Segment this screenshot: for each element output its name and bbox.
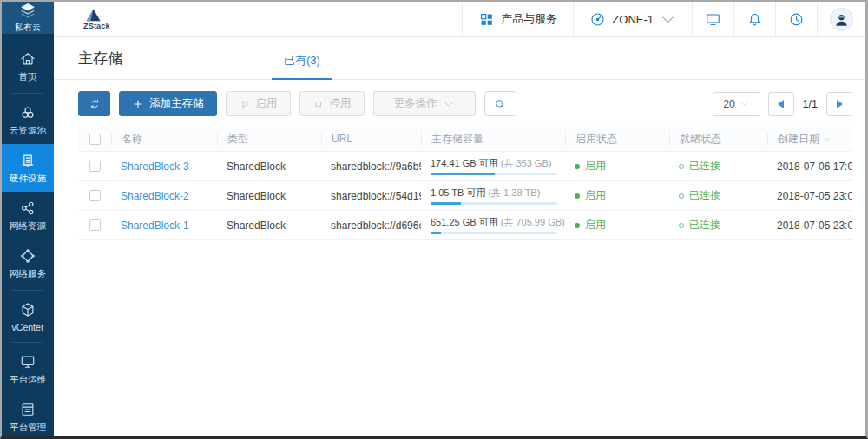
stop-icon — [312, 98, 325, 110]
ready-status-badge: 已连接 — [679, 159, 767, 174]
tab-existing[interactable]: 已有(3) — [272, 53, 332, 80]
add-primary-storage-button[interactable]: 添加主存储 — [119, 91, 217, 116]
primary-storage-table: 名称 类型 URL 主存储容量 启用状态 就绪状态 创建日期 SharedBlo… — [78, 127, 852, 240]
capacity-available: 651.25 GB 可用 — [431, 217, 498, 227]
sidebar-item-label: 云资源池 — [10, 125, 46, 137]
sidebar-item-label: 首页 — [19, 71, 37, 83]
row-checkbox[interactable] — [89, 190, 101, 201]
title-row: 主存储 已有(3) — [54, 37, 865, 80]
play-icon — [239, 98, 251, 110]
sidebar-item-label: 平台管理 — [10, 422, 46, 434]
add-button-label: 添加主存储 — [149, 96, 204, 111]
enable-status-label: 启用 — [585, 188, 606, 203]
page-indicator: 1/1 — [803, 98, 818, 110]
sidebar-item-platform-mgmt[interactable]: 平台管理 — [2, 393, 54, 439]
sidebar-logo[interactable]: 私有云 — [2, 2, 54, 34]
sidebar-item-hardware[interactable]: 硬件设施 — [2, 144, 54, 192]
enable-button-label: 启用 — [256, 96, 278, 111]
search-button[interactable] — [484, 91, 516, 116]
capacity-bar — [431, 202, 557, 205]
enable-status-badge: 启用 — [575, 159, 669, 174]
notifications-button[interactable] — [733, 2, 775, 36]
enabled-dot-icon — [575, 193, 580, 199]
home-icon — [19, 50, 36, 68]
enable-status-label: 启用 — [585, 159, 606, 174]
toolbar: 添加主存储 启用 停用 更多操作 — [54, 80, 865, 125]
zstack-logo-icon — [83, 8, 101, 22]
enabled-dot-icon — [575, 223, 580, 228]
connected-ring-icon — [679, 164, 684, 169]
col-url[interactable]: URL — [321, 132, 421, 146]
network-resource-icon — [19, 200, 36, 217]
created-date: 2018-07-05 23:01:50 — [767, 220, 852, 232]
user-menu[interactable] — [817, 2, 865, 36]
sidebar-item-vcenter[interactable]: vCenter — [2, 293, 54, 339]
ready-status-badge: 已连接 — [679, 218, 767, 233]
grid-icon — [478, 11, 495, 28]
page-size-select[interactable]: 20 — [713, 92, 760, 116]
console-button[interactable] — [692, 2, 733, 36]
topbar-right: 产品与服务 ZONE-1 — [462, 2, 865, 36]
zstack-logo[interactable]: ZStack — [54, 2, 110, 36]
col-type[interactable]: 类型 — [217, 132, 321, 146]
sidebar-item-label: vCenter — [12, 322, 44, 332]
capacity-cell: 174.41 GB 可用 (共 353 GB) — [421, 157, 565, 175]
disable-button[interactable]: 停用 — [299, 91, 365, 116]
table-row: SharedBlock-1 SharedBlock sharedblock://… — [78, 211, 852, 240]
zone-selector[interactable]: ZONE-1 — [573, 2, 692, 36]
hardware-icon — [19, 152, 36, 169]
table-header: 名称 类型 URL 主存储容量 启用状态 就绪状态 创建日期 — [78, 127, 852, 152]
storage-name-link[interactable]: SharedBlock-2 — [121, 190, 189, 202]
next-page-button[interactable] — [826, 92, 852, 116]
col-capacity[interactable]: 主存储容量 — [421, 132, 565, 146]
user-icon — [833, 11, 850, 28]
ready-status-label: 已连接 — [689, 218, 720, 233]
storage-name-link[interactable]: SharedBlock-1 — [121, 220, 189, 232]
sidebar-divider — [12, 290, 43, 291]
prev-page-button[interactable] — [768, 92, 794, 116]
enable-status-badge: 启用 — [575, 188, 669, 203]
chevron-down-icon — [740, 100, 749, 108]
vcenter-icon — [19, 301, 36, 318]
sidebar-item-platform-ops[interactable]: 平台运维 — [2, 345, 54, 393]
col-enable-status[interactable]: 启用状态 — [565, 132, 669, 146]
avatar — [830, 8, 853, 31]
connected-ring-icon — [679, 223, 684, 228]
sidebar-item-label: 硬件设施 — [10, 173, 46, 185]
sidebar-item-cloud-pool[interactable]: 云资源池 — [2, 96, 54, 144]
sidebar-item-network-service[interactable]: 网络服务 — [2, 239, 54, 287]
sidebar: 私有云 首页 云资源池 硬件设施 网络资源 网络服务 — [2, 2, 54, 436]
page-size-value: 20 — [723, 98, 735, 110]
more-actions-button[interactable]: 更多操作 — [373, 91, 476, 116]
table-row: SharedBlock-3 SharedBlock sharedblock://… — [78, 152, 852, 181]
select-all-checkbox[interactable] — [89, 134, 101, 145]
history-button[interactable] — [775, 2, 817, 36]
table-row: SharedBlock-2 SharedBlock sharedblock://… — [78, 181, 852, 211]
created-date: 2018-07-06 17:05:32 — [767, 161, 852, 173]
row-checkbox[interactable] — [89, 161, 101, 172]
next-icon — [837, 100, 843, 108]
ready-status-label: 已连接 — [689, 188, 720, 203]
capacity-bar — [431, 173, 557, 175]
ready-status-label: 已连接 — [689, 159, 720, 174]
cloud-pool-icon — [19, 104, 36, 121]
disable-button-label: 停用 — [330, 96, 352, 111]
capacity-total: (共 1.38 TB) — [488, 187, 540, 198]
network-service-icon — [19, 247, 36, 265]
col-ready-status[interactable]: 就绪状态 — [669, 132, 767, 146]
sidebar-item-network-resource[interactable]: 网络资源 — [2, 192, 54, 239]
enable-button[interactable]: 启用 — [226, 91, 291, 116]
content: 主存储 已有(3) 添加主存储 启用 停用 — [54, 37, 865, 436]
row-checkbox[interactable] — [89, 220, 101, 231]
zone-label: ZONE-1 — [612, 13, 654, 26]
storage-url: sharedblock://d696e58... — [321, 220, 421, 232]
topbar: ZStack 产品与服务 ZONE-1 — [54, 2, 865, 37]
sidebar-item-home[interactable]: 首页 — [2, 43, 54, 90]
products-services-menu[interactable]: 产品与服务 — [462, 2, 573, 36]
col-created[interactable]: 创建日期 — [767, 132, 852, 146]
refresh-button[interactable] — [78, 91, 110, 116]
search-icon — [493, 97, 507, 111]
col-name[interactable]: 名称 — [111, 132, 217, 146]
storage-name-link[interactable]: SharedBlock-3 — [121, 161, 189, 173]
connected-ring-icon — [679, 193, 684, 199]
